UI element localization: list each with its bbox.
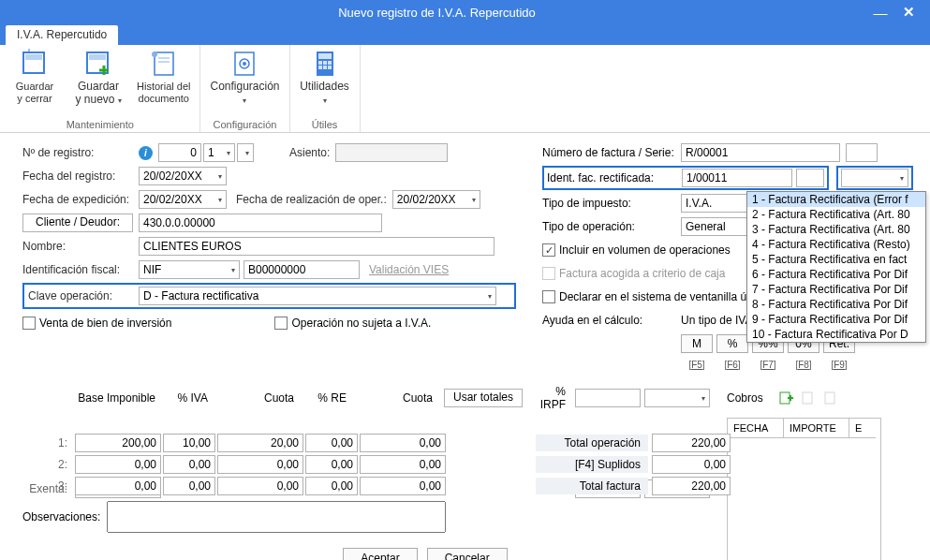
- total-fac-value[interactable]: [652, 477, 731, 495]
- ayuda-calc-value: Un tipo de IVA: [681, 314, 753, 327]
- dropdown-option[interactable]: 9 - Factura Rectificativa Por Dif: [747, 312, 925, 327]
- clave-op-select[interactable]: D - Factura rectificativa▾: [139, 287, 496, 305]
- r2-cuota[interactable]: [217, 455, 303, 474]
- nombre-input[interactable]: [139, 237, 495, 256]
- n-registro-extra-select[interactable]: ▾: [237, 143, 254, 162]
- id-fiscal-input[interactable]: [244, 260, 360, 279]
- fecha-real-label: Fecha de realización de oper.:: [236, 193, 387, 206]
- r3-pre[interactable]: [305, 477, 358, 495]
- guardar-cerrar-button[interactable]: Guardar y cerrar: [9, 49, 60, 117]
- cobros-col-fecha[interactable]: FECHA: [728, 419, 784, 438]
- id-fiscal-type-select[interactable]: NIF▾: [139, 260, 240, 279]
- ident-rect-input[interactable]: [682, 169, 792, 187]
- r1-piva[interactable]: [163, 434, 215, 452]
- asiento-label: Asiento:: [289, 146, 330, 159]
- declarar-vent-label: Declarar en el sistema de ventanilla úni…: [559, 290, 767, 303]
- cobros-col-e[interactable]: E: [849, 419, 876, 438]
- r3-cuota2[interactable]: [360, 477, 446, 495]
- op-no-sujeta-checkbox[interactable]: [274, 317, 288, 330]
- fact-acogida-checkbox: [542, 267, 555, 280]
- incluir-vol-checkbox[interactable]: [542, 243, 555, 257]
- irpf-pct-input[interactable]: [575, 389, 641, 407]
- cobros-add-icon[interactable]: [778, 391, 793, 405]
- fact-acogida-label: Factura acogida a criterio de caja: [559, 267, 725, 280]
- fecha-exped-label: Fecha de expedición:: [22, 193, 139, 206]
- dropdown-option[interactable]: 5 - Factura Rectificativa en fact: [747, 252, 925, 267]
- total-op-value[interactable]: [652, 434, 731, 452]
- row1-label: 1:: [22, 436, 75, 449]
- op-no-sujeta-label: Operación no sujeta a I.V.A.: [291, 317, 431, 330]
- clave-op-label: Clave operación:: [28, 289, 139, 302]
- ident-rect-extra-input[interactable]: [796, 169, 824, 187]
- tab-iva-repercutido[interactable]: I.V.A. Repercutido: [6, 25, 118, 45]
- historial-button[interactable]: Historial del documento: [137, 49, 190, 117]
- rectificativa-dropdown-list[interactable]: 1 - Factura Rectificativa (Error f 2 - F…: [746, 191, 926, 343]
- cobros-col-importe[interactable]: IMPORTE: [784, 419, 849, 438]
- dropdown-option[interactable]: 8 - Factura Rectificativa Por Dif: [747, 297, 925, 312]
- asiento-input: [335, 143, 448, 162]
- utilidades-button[interactable]: Utilidades▾: [300, 49, 350, 117]
- n-registro-seq-select[interactable]: 1▾: [203, 143, 235, 162]
- col-base: Base Imponible: [75, 391, 161, 405]
- num-factura-input[interactable]: [681, 143, 840, 162]
- observaciones-input[interactable]: [107, 501, 446, 533]
- r3-base[interactable]: [75, 477, 161, 495]
- declarar-vent-checkbox[interactable]: [542, 290, 555, 303]
- suplidos-label[interactable]: [F4] Suplidos: [536, 456, 648, 473]
- r1-pre[interactable]: [305, 434, 358, 452]
- r2-base[interactable]: [75, 455, 161, 474]
- suplidos-value[interactable]: [652, 455, 731, 474]
- svg-rect-12: [318, 53, 332, 59]
- configuracion-button[interactable]: Configuración▾: [210, 49, 279, 117]
- r3-cuota[interactable]: [217, 477, 303, 495]
- r2-pre[interactable]: [305, 455, 358, 474]
- r2-piva[interactable]: [163, 455, 215, 474]
- validacion-vies-link[interactable]: Validación VIES: [369, 263, 449, 276]
- aceptar-button[interactable]: Aceptar: [343, 548, 417, 560]
- dropdown-option[interactable]: 2 - Factura Rectificativa (Art. 80: [747, 207, 925, 222]
- col-cuota2: Cuota: [352, 391, 438, 405]
- guardar-nuevo-button[interactable]: Guardar y nuevo ▾: [73, 49, 124, 117]
- dropdown-option[interactable]: 6 - Factura Rectificativa Por Dif: [747, 267, 925, 282]
- r1-cuota2[interactable]: [360, 434, 446, 452]
- cliente-deudor-button[interactable]: Cliente / Deudor:: [22, 214, 133, 232]
- row3-label: 3:: [22, 479, 75, 493]
- cobros-copy-icon[interactable]: [801, 391, 816, 405]
- info-icon[interactable]: i: [139, 146, 153, 160]
- ribbon-group-utiles: Útiles: [312, 119, 338, 130]
- venta-bien-checkbox[interactable]: [22, 317, 36, 330]
- svg-rect-14: [323, 61, 327, 65]
- n-registro-input[interactable]: [158, 143, 201, 162]
- serie-input[interactable]: [846, 143, 878, 162]
- fecha-registro-select[interactable]: 20/02/20XX▾: [139, 167, 227, 185]
- rectificativa-type-select[interactable]: ▾: [841, 169, 908, 187]
- cobros-del-icon[interactable]: [823, 391, 838, 405]
- cliente-input[interactable]: [139, 214, 382, 232]
- calc-pct-button[interactable]: %: [716, 334, 748, 353]
- tipo-impuesto-label: Tipo de impuesto:: [542, 197, 681, 210]
- r2-cuota2[interactable]: [360, 455, 446, 474]
- dropdown-option[interactable]: 3 - Factura Rectificativa (Art. 80: [747, 222, 925, 237]
- dropdown-option[interactable]: 4 - Factura Rectificativa (Resto): [747, 237, 925, 252]
- ayuda-calc-label: Ayuda en el cálculo:: [542, 314, 681, 327]
- calc-m-button[interactable]: M: [681, 334, 713, 353]
- svg-rect-15: [328, 61, 332, 65]
- id-fiscal-label: Identificación fiscal:: [22, 263, 139, 276]
- fecha-real-select[interactable]: 20/02/20XX▾: [392, 190, 480, 209]
- minimize-button[interactable]: —: [866, 5, 894, 21]
- nombre-label: Nombre:: [22, 240, 139, 253]
- irpf-type-select[interactable]: ▾: [644, 389, 710, 407]
- dropdown-option[interactable]: 7 - Factura Rectificativa Por Dif: [747, 282, 925, 297]
- row2-label: 2:: [22, 458, 75, 471]
- r1-base[interactable]: [75, 434, 161, 452]
- r3-piva[interactable]: [163, 477, 215, 495]
- r1-cuota[interactable]: [217, 434, 303, 452]
- dropdown-option[interactable]: 10 - Factura Rectificativa Por D: [747, 327, 925, 342]
- ident-rect-label: Ident. fac. rectificada:: [547, 171, 678, 184]
- usar-totales-button[interactable]: Usar totales: [444, 389, 523, 407]
- fecha-exped-select[interactable]: 20/02/20XX▾: [139, 190, 227, 209]
- close-button[interactable]: ✕: [894, 4, 923, 21]
- dropdown-option[interactable]: 1 - Factura Rectificativa (Error f: [747, 192, 925, 207]
- cancelar-button[interactable]: Cancelar: [427, 548, 508, 560]
- historial-label: Historial del documento: [137, 81, 190, 104]
